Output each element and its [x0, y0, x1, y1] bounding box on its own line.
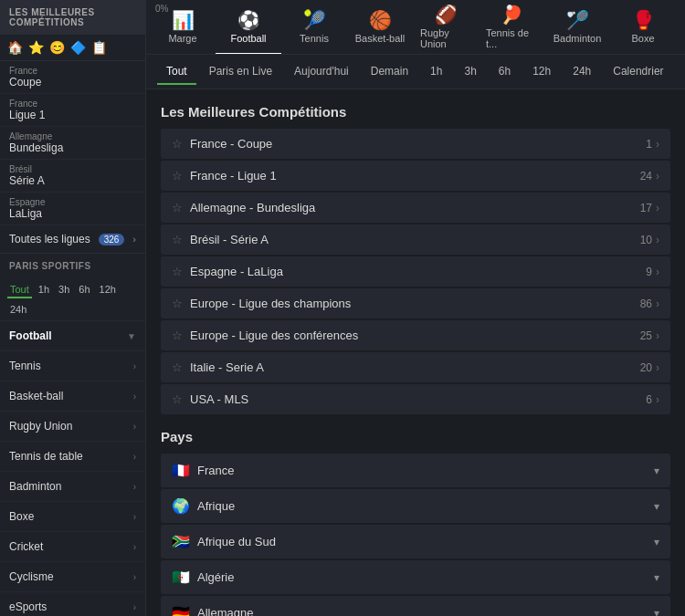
- chevron-down-icon: ▾: [654, 465, 659, 477]
- star-icon[interactable]: ⭐: [28, 40, 44, 55]
- chevron-down-icon: ›: [133, 422, 136, 432]
- sidebar-competition-league: Série A: [9, 174, 136, 187]
- competition-espagne-laliga[interactable]: ☆ Espagne - LaLiga 9 ›: [161, 256, 670, 287]
- star-icon[interactable]: ☆: [172, 265, 183, 278]
- sidebar-item-tennis[interactable]: Tennis ›: [0, 351, 145, 381]
- country-algerie[interactable]: 🇩🇿 Algérie ▾: [161, 560, 670, 594]
- country-france[interactable]: 🇫🇷 France ▾: [161, 454, 670, 487]
- sidebar-item-cricket[interactable]: Cricket ›: [0, 532, 145, 562]
- chevron-down-icon: ▾: [654, 536, 659, 548]
- star-icon[interactable]: ☆: [172, 360, 183, 374]
- star-icon[interactable]: ☆: [172, 201, 183, 214]
- flag-afrique: 🌍: [172, 497, 190, 515]
- sidebar-item-rugby-union[interactable]: Rugby Union ›: [0, 412, 145, 442]
- country-afrique-du-sud[interactable]: 🇿🇦 Afrique du Sud ▾: [161, 525, 670, 559]
- filter-tout[interactable]: Tout: [157, 59, 196, 85]
- filter-6h[interactable]: 6h: [490, 59, 520, 85]
- sidebar-quick-icons: 🏠 ⭐ 😊 🔷 📋: [0, 35, 145, 61]
- time-filter-1h[interactable]: 1h: [36, 282, 52, 298]
- chevron-down-icon: ▼: [127, 331, 136, 341]
- competition-italie-serieA[interactable]: ☆ Italie - Serie A 20 ›: [161, 352, 670, 382]
- filter-12h[interactable]: 12h: [523, 59, 560, 85]
- chevron-right-icon: ›: [132, 234, 136, 245]
- competition-europe-champions[interactable]: ☆ Europe - Ligue des champions 86 ›: [161, 288, 670, 318]
- competition-usa-mls[interactable]: ☆ USA - MLS 6 ›: [161, 384, 670, 414]
- chevron-right-icon: ›: [656, 138, 659, 151]
- sport-tab-bar: 0% 📊 Marge ⚽ Football 🎾 Tennis 🏀 Basket-…: [146, 0, 685, 55]
- tab-tennis-table[interactable]: 🏓 Tennis de t...: [479, 0, 544, 55]
- competition-count: 25: [640, 329, 652, 342]
- competition-france-coupe[interactable]: ☆ France - Coupe 1 ›: [161, 129, 670, 159]
- chevron-right-icon: ›: [656, 329, 659, 342]
- sidebar-competition-allemagne[interactable]: Allemagne Bundesliga: [0, 127, 145, 160]
- tab-badminton[interactable]: 🏸 Badminton: [544, 0, 610, 55]
- sidebar-competition-espagne[interactable]: Espagne LaLiga: [0, 193, 145, 225]
- sidebar-competition-country: France: [9, 99, 136, 109]
- filter-demain[interactable]: Demain: [362, 59, 417, 85]
- filter-1h[interactable]: 1h: [421, 59, 451, 85]
- chevron-down-icon: ›: [133, 482, 136, 492]
- country-afrique[interactable]: 🌍 Afrique ▾: [161, 489, 670, 523]
- filter-24h[interactable]: 24h: [564, 59, 600, 85]
- star-icon[interactable]: ☆: [172, 297, 183, 310]
- tab-football[interactable]: ⚽ Football: [216, 0, 281, 55]
- competition-europe-conferences[interactable]: ☆ Europe - Ligue des conférences 25 ›: [161, 320, 670, 350]
- all-leagues-row[interactable]: Toutes les ligues 326 ›: [0, 225, 145, 254]
- star-icon[interactable]: ☆: [172, 392, 183, 406]
- chevron-down-icon: ▾: [654, 500, 659, 513]
- tab-boxe[interactable]: 🥊 Boxe: [610, 0, 676, 55]
- marge-icon: 📊: [172, 9, 195, 31]
- flag-afrique-du-sud: 🇿🇦: [172, 533, 190, 550]
- star-icon[interactable]: ☆: [172, 137, 183, 151]
- filter-aujourdhui[interactable]: Aujourd'hui: [285, 59, 358, 85]
- sidebar-item-football[interactable]: Football ▼: [0, 321, 145, 351]
- chevron-down-icon: ▾: [654, 607, 659, 617]
- tab-marge[interactable]: 0% 📊 Marge: [150, 0, 216, 55]
- sidebar-competition-bresil[interactable]: Brésil Série A: [0, 160, 145, 193]
- tab-tennis[interactable]: 🎾 Tennis: [281, 0, 347, 55]
- football-icon: ⚽: [237, 9, 260, 31]
- tab-cricket[interactable]: 🏏 Cricket: [676, 0, 685, 55]
- time-filter-6h[interactable]: 6h: [76, 282, 92, 298]
- chevron-down-icon: ›: [133, 512, 136, 522]
- sidebar-item-badminton[interactable]: Badminton ›: [0, 472, 145, 502]
- competition-count: 6: [646, 393, 652, 406]
- filter-tab-bar: Tout Paris en Live Aujourd'hui Demain 1h…: [146, 55, 685, 89]
- sidebar-competition-france-coupe[interactable]: France Coupe: [0, 61, 145, 94]
- chevron-right-icon: ›: [656, 170, 659, 183]
- time-filter-3h[interactable]: 3h: [56, 282, 72, 298]
- time-filter-tout[interactable]: Tout: [7, 282, 32, 298]
- competition-count: 17: [640, 202, 652, 214]
- star-icon[interactable]: ☆: [172, 169, 183, 183]
- time-filter-24h[interactable]: 24h: [7, 302, 29, 317]
- star-icon[interactable]: ☆: [172, 233, 183, 246]
- filter-3h[interactable]: 3h: [455, 59, 485, 85]
- tab-basketball[interactable]: 🏀 Basket-ball: [347, 0, 413, 55]
- rugby-icon: 🏈: [435, 4, 458, 26]
- sidebar-item-basketball[interactable]: Basket-ball ›: [0, 381, 145, 412]
- filter-calendrier[interactable]: Calendrier: [604, 59, 672, 85]
- sidebar-item-boxe[interactable]: Boxe ›: [0, 502, 145, 532]
- basketball-icon: 🏀: [369, 9, 392, 31]
- sidebar-item-esports[interactable]: eSports ›: [0, 592, 145, 616]
- sidebar-item-cyclisme[interactable]: Cyclisme ›: [0, 562, 145, 592]
- time-filter-12h[interactable]: 12h: [97, 282, 119, 298]
- home-icon[interactable]: 🏠: [7, 40, 23, 55]
- sidebar-competition-country: Espagne: [9, 197, 136, 207]
- filter-paris-en-live[interactable]: Paris en Live: [200, 59, 281, 85]
- list-icon[interactable]: 📋: [91, 40, 107, 55]
- tab-rugby-union[interactable]: 🏈 Rugby Union: [413, 0, 479, 55]
- sidebar-competition-france-ligue1[interactable]: France Ligue 1: [0, 94, 145, 127]
- competition-bresil-serieA[interactable]: ☆ Brésil - Série A 10 ›: [161, 224, 670, 255]
- country-allemagne[interactable]: 🇩🇪 Allemagne ▾: [161, 596, 670, 616]
- sidebar-item-tennis-table[interactable]: Tennis de table ›: [0, 442, 145, 472]
- star-icon[interactable]: ☆: [172, 329, 183, 342]
- pays-title: Pays: [161, 429, 670, 444]
- emoji-icon[interactable]: 😊: [49, 40, 65, 55]
- sidebar: LES MEILLEURES COMPÉTITIONS 🏠 ⭐ 😊 🔷 📋 Fr…: [0, 0, 146, 616]
- sidebar-competition-country: France: [9, 66, 136, 76]
- shape-icon[interactable]: 🔷: [70, 40, 86, 55]
- competition-bundesliga[interactable]: ☆ Allemagne - Bundesliga 17 ›: [161, 193, 670, 223]
- competition-france-ligue1[interactable]: ☆ France - Ligue 1 24 ›: [161, 161, 670, 191]
- sidebar-competition-country: Brésil: [9, 164, 136, 174]
